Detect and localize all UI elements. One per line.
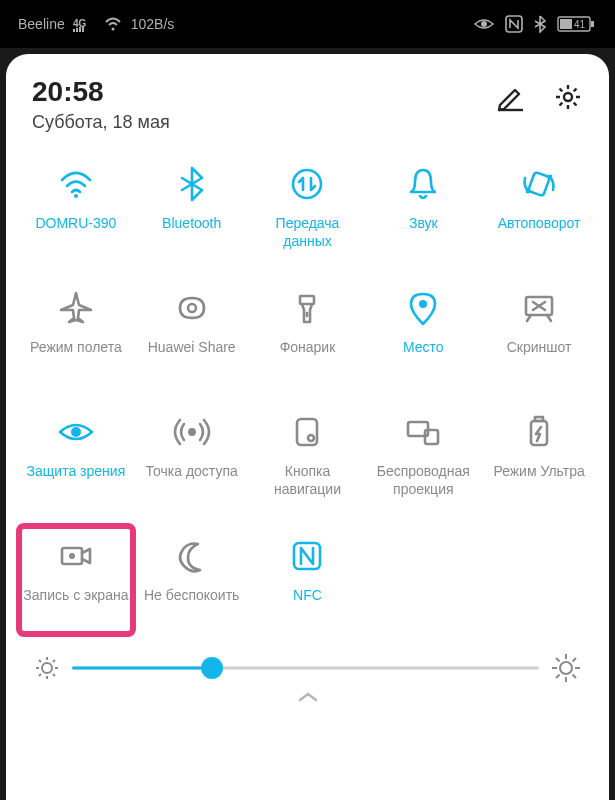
panel-header: 20:58 Суббота, 18 мая: [16, 72, 599, 153]
rotate-icon: [516, 161, 562, 207]
svg-line-48: [573, 658, 577, 662]
tile-huawei-share[interactable]: Huawei Share: [134, 277, 250, 395]
tile-label: DOMRU-390: [35, 215, 116, 233]
nav-button-icon: [284, 409, 330, 455]
location-icon: [400, 285, 446, 331]
svg-point-12: [74, 194, 78, 198]
tile-nfc[interactable]: NFC: [250, 525, 366, 643]
svg-point-23: [308, 435, 314, 441]
tile-label: Запись с экрана: [23, 587, 128, 605]
svg-rect-14: [528, 172, 550, 196]
tile-label: Место: [403, 339, 444, 357]
svg-point-11: [564, 93, 572, 101]
tile-label: Bluetooth: [162, 215, 221, 233]
svg-point-13: [293, 170, 321, 198]
tile-hotspot[interactable]: Точка доступа: [134, 401, 250, 519]
eye-icon: [53, 409, 99, 455]
tile-location[interactable]: Место: [365, 277, 481, 395]
svg-line-39: [53, 660, 55, 662]
tile-label: NFC: [293, 587, 322, 605]
bluetooth-status-icon: [533, 15, 547, 33]
svg-rect-2: [76, 28, 78, 32]
tile-label: Звук: [409, 215, 438, 233]
tile-label: Huawei Share: [148, 339, 236, 357]
tile-label: Скриншот: [507, 339, 572, 357]
tile-label: Кнопка навигации: [252, 463, 364, 498]
screen-record-icon: [53, 533, 99, 579]
svg-rect-8: [591, 21, 594, 27]
tile-auto-rotate[interactable]: Автоповорот: [481, 153, 597, 271]
expand-handle[interactable]: [16, 683, 599, 705]
battery-ultra-icon: [516, 409, 562, 455]
bell-icon: [400, 161, 446, 207]
tile-label: Автоповорот: [498, 215, 581, 233]
brightness-row: [16, 643, 599, 683]
battery-icon: 41: [557, 15, 597, 33]
tile-label: Беспроводная проекция: [367, 463, 479, 498]
data-transfer-icon: [284, 161, 330, 207]
brightness-low-icon: [34, 655, 60, 681]
svg-rect-3: [79, 27, 81, 32]
tile-screenshot[interactable]: Скриншот: [481, 277, 597, 395]
brightness-high-icon: [551, 653, 581, 683]
status-bar: Beeline 4G 102B/s 41: [0, 0, 615, 48]
nfc-status-icon: [505, 15, 523, 33]
svg-line-37: [53, 674, 55, 676]
svg-line-38: [39, 674, 41, 676]
svg-text:41: 41: [574, 19, 586, 30]
wifi-status-icon: [103, 16, 123, 32]
svg-line-47: [556, 675, 560, 679]
tile-airplane[interactable]: Режим полета: [18, 277, 134, 395]
nfc-icon: [284, 533, 330, 579]
tile-nav-dock[interactable]: Кнопка навигации: [250, 401, 366, 519]
tile-wifi[interactable]: DOMRU-390: [18, 153, 134, 271]
svg-point-40: [560, 662, 572, 674]
svg-rect-1: [73, 29, 75, 32]
tile-mobile-data[interactable]: Передача данных: [250, 153, 366, 271]
tile-label: Режим полета: [30, 339, 122, 357]
carrier-label: Beeline: [18, 16, 65, 32]
tile-flashlight[interactable]: Фонарик: [250, 277, 366, 395]
tile-sound[interactable]: Звук: [365, 153, 481, 271]
svg-line-45: [556, 658, 560, 662]
quick-settings-grid: DOMRU-390BluetoothПередача данныхЗвукАвт…: [16, 153, 599, 643]
projection-icon: [400, 409, 446, 455]
airplane-icon: [53, 285, 99, 331]
tile-label: Не беспокоить: [144, 587, 239, 605]
tile-dnd[interactable]: Не беспокоить: [134, 525, 250, 643]
svg-point-5: [481, 21, 487, 27]
wifi-icon: [53, 161, 99, 207]
data-rate-label: 102B/s: [131, 16, 175, 32]
tile-label: Режим Ультра: [493, 463, 584, 481]
tile-screen-record[interactable]: Запись с экрана: [18, 525, 134, 643]
moon-icon: [169, 533, 215, 579]
bluetooth-icon: [169, 161, 215, 207]
tile-ultra-mode[interactable]: Режим Ультра: [481, 401, 597, 519]
svg-rect-4: [82, 26, 84, 32]
share-icon: [169, 285, 215, 331]
svg-point-18: [419, 300, 427, 308]
svg-point-15: [188, 304, 196, 312]
tile-label: Точка доступа: [146, 463, 238, 481]
signal-4g-icon: 4G: [73, 16, 95, 32]
svg-point-20: [71, 427, 81, 437]
svg-point-31: [42, 663, 52, 673]
clock-date: Суббота, 18 мая: [32, 112, 170, 133]
svg-line-46: [573, 675, 577, 679]
tile-label: Фонарик: [280, 339, 336, 357]
svg-point-21: [188, 428, 196, 436]
flashlight-icon: [284, 285, 330, 331]
tile-eye-comfort[interactable]: Защита зрения: [18, 401, 134, 519]
settings-button[interactable]: [553, 82, 583, 112]
svg-rect-22: [297, 419, 317, 445]
hotspot-icon: [169, 409, 215, 455]
edit-button[interactable]: [495, 82, 525, 112]
brightness-slider[interactable]: [72, 654, 539, 682]
tile-bluetooth[interactable]: Bluetooth: [134, 153, 250, 271]
screenshot-icon: [516, 285, 562, 331]
tile-wireless-proj[interactable]: Беспроводная проекция: [365, 401, 481, 519]
clock-time: 20:58: [32, 76, 170, 108]
svg-point-29: [69, 553, 75, 559]
svg-line-36: [39, 660, 41, 662]
svg-rect-9: [560, 19, 572, 29]
